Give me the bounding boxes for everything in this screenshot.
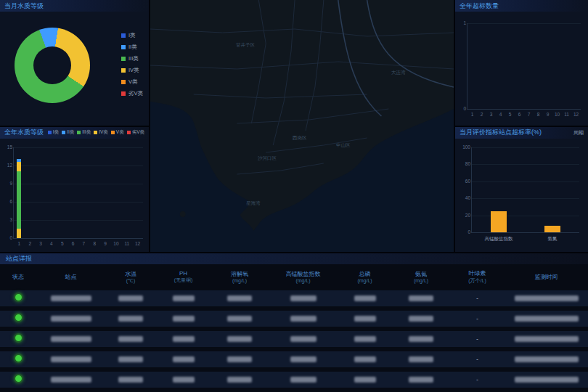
status-dot — [14, 333, 23, 343]
table-cell — [505, 316, 588, 322]
table-cell — [505, 377, 588, 383]
table-cell — [211, 377, 269, 383]
x-axis-label: 12 — [573, 112, 579, 117]
panel-header: 当月评价指标站点超标率(%) 周期 — [455, 127, 588, 139]
x-axis-label: 12 — [135, 241, 140, 246]
gridline — [472, 164, 579, 165]
table-cell — [338, 316, 392, 322]
panel-title: 全年超标数量 — [460, 1, 499, 11]
table-cell — [505, 336, 588, 342]
table-cell: - — [450, 335, 505, 343]
x-axis-label: 1 — [18, 241, 21, 246]
legend-swatch — [121, 45, 126, 49]
x-axis-label: 4 — [50, 241, 53, 246]
table-cell — [269, 336, 338, 342]
rate-bar — [544, 226, 560, 232]
table-cell — [392, 356, 450, 362]
table-cell — [392, 295, 450, 301]
panel-exceed-rate: 当月评价指标站点超标率(%) 周期 020406080100高锰酸盐指数氨氮 — [455, 127, 588, 253]
map-label: 西岗区 — [293, 135, 307, 142]
redacted-value — [173, 336, 195, 342]
redacted-value — [290, 377, 317, 383]
panel-title: 当月评价指标站点超标率(%) — [460, 128, 542, 137]
redacted-value — [51, 295, 91, 301]
table-header-row: 状态站点水温(℃)PH(无量纲)溶解氧(mg/L)高锰酸盐指数(mg/L)总磷(… — [0, 264, 588, 289]
x-axis-label: 9 — [104, 241, 107, 246]
redacted-value — [173, 377, 195, 383]
table-row[interactable]: - — [0, 351, 588, 367]
column-header: 站点 — [36, 273, 105, 281]
panel-header: 全年超标数量 — [455, 0, 588, 12]
table-cell — [392, 336, 450, 342]
redacted-value — [118, 336, 143, 342]
map[interactable]: 甘井子区大连湾西岗区中山区沙河口区星海湾 — [150, 0, 454, 252]
legend-item[interactable]: I类 — [48, 129, 59, 136]
legend-swatch — [121, 91, 126, 96]
legend-item[interactable]: II类 — [121, 44, 143, 51]
table-row[interactable]: - — [0, 331, 588, 347]
y-axis-label: 0 — [460, 229, 470, 234]
y-axis-label: 60 — [460, 179, 470, 184]
gridline — [467, 23, 581, 24]
redacted-value — [227, 316, 252, 322]
gridline — [14, 147, 143, 148]
legend-item[interactable]: III类 — [121, 55, 143, 62]
stacked-bar — [17, 147, 21, 239]
redacted-value — [118, 295, 143, 301]
gridline — [14, 220, 143, 221]
x-axis-label: 10 — [555, 112, 560, 117]
table-cell — [105, 377, 156, 383]
legend-item[interactable]: I类 — [121, 32, 143, 39]
x-axis-label: 6 — [72, 241, 75, 246]
map-label: 沙河口区 — [258, 155, 277, 162]
column-header: 溶解氧(mg/L) — [211, 270, 269, 283]
redacted-value — [173, 356, 195, 362]
table-row[interactable]: - — [0, 311, 588, 327]
table-cell — [269, 377, 338, 383]
x-axis-label: 6 — [518, 112, 521, 117]
legend-item[interactable]: III类 — [77, 129, 91, 136]
legend-item[interactable]: IV类 — [121, 67, 143, 74]
table-row[interactable]: - — [0, 290, 588, 306]
legend-item[interactable]: 劣V类 — [127, 129, 144, 136]
category-label: 高锰酸盐指数 — [485, 236, 513, 242]
legend-swatch — [48, 131, 52, 134]
y-axis-label: 20 — [460, 213, 470, 218]
table-cell — [211, 356, 269, 362]
column-header: PH(无量纲) — [156, 270, 211, 284]
panel-body: 020406080100高锰酸盐指数氨氮 — [455, 139, 588, 253]
panel-title: 当月水质等级 — [4, 1, 44, 11]
legend-swatch — [62, 131, 65, 134]
x-axis-label: 7 — [528, 112, 531, 117]
panel-title: 全年水质等级 — [4, 128, 44, 137]
legend-item[interactable]: IV类 — [94, 129, 108, 136]
x-axis-label: 1 — [471, 112, 474, 117]
exceed-count-chart: 01123456789101112 — [467, 23, 581, 110]
legend-item[interactable]: V类 — [111, 129, 124, 136]
legend-label: I类 — [128, 32, 136, 39]
table-cell — [338, 336, 392, 342]
gridline — [14, 166, 143, 166]
map-overlay: 甘井子区大连湾西岗区中山区沙河口区星海湾 — [150, 0, 454, 252]
y-axis-label: 0 — [2, 235, 12, 240]
table-row[interactable]: - — [0, 372, 588, 388]
period-selector[interactable]: 周期 — [573, 129, 584, 136]
y-axis-label: 100 — [460, 144, 470, 150]
y-axis-label: 15 — [2, 144, 12, 150]
table-cell — [156, 336, 211, 342]
table-cell — [36, 316, 105, 322]
table-cell — [338, 295, 392, 301]
table-cell: - — [450, 376, 505, 383]
gridline — [472, 147, 579, 148]
legend-item[interactable]: II类 — [62, 129, 74, 136]
table-cell — [0, 373, 36, 386]
table-cell — [211, 336, 269, 342]
redacted-value — [354, 377, 376, 383]
y-axis-label: 1 — [456, 20, 466, 25]
bar-segment — [17, 171, 21, 229]
legend-item[interactable]: 劣V类 — [121, 90, 143, 97]
legend-label: II类 — [67, 129, 74, 136]
panel-body: 01123456789101112 — [455, 12, 588, 126]
legend-item[interactable]: V类 — [121, 78, 143, 86]
x-axis-label: 2 — [28, 241, 31, 246]
